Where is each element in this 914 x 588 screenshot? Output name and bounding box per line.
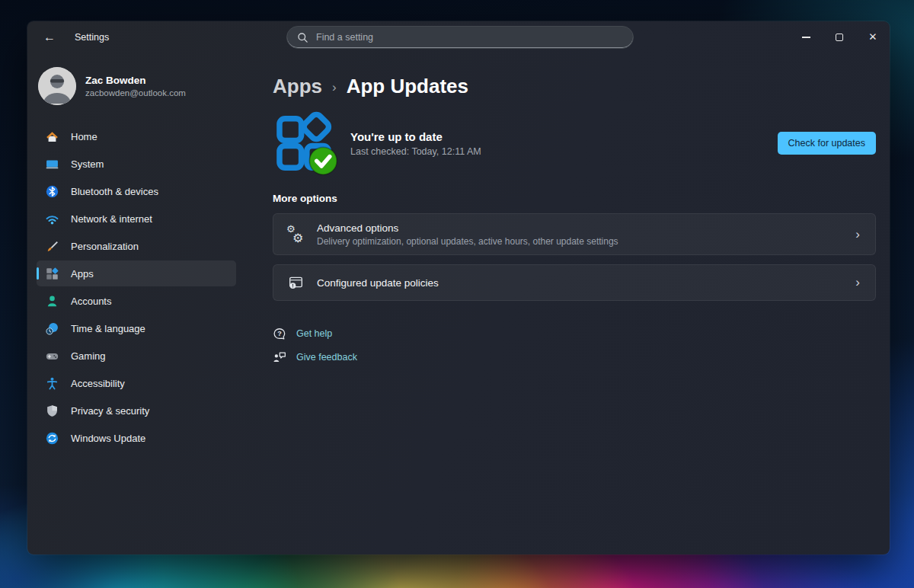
maximize-button[interactable] bbox=[823, 21, 856, 53]
update-icon bbox=[46, 432, 59, 445]
row-title: Configured update policies bbox=[317, 277, 439, 289]
app-title: Settings bbox=[75, 32, 109, 43]
profile-email: zacbowden@outlook.com bbox=[85, 88, 186, 97]
sidebar-item-label: Home bbox=[71, 131, 97, 142]
back-icon: ← bbox=[43, 30, 56, 44]
status-title: You're up to date bbox=[350, 130, 481, 143]
sidebar-item-label: Personalization bbox=[71, 241, 139, 252]
chevron-right-icon: › bbox=[855, 275, 863, 290]
get-help-label: Get help bbox=[296, 328, 332, 339]
chevron-right-icon: › bbox=[855, 227, 863, 242]
status-last-checked: Last checked: Today, 12:11 AM bbox=[350, 146, 481, 157]
search-input[interactable] bbox=[308, 32, 633, 43]
sidebar-item-time-language[interactable]: Time & language bbox=[37, 315, 236, 341]
check-for-updates-button[interactable]: Check for updates bbox=[778, 132, 876, 155]
selected-accent-bar bbox=[37, 267, 39, 280]
sidebar-item-windows-update[interactable]: Windows Update bbox=[37, 425, 236, 451]
sidebar-item-label: Accounts bbox=[71, 296, 111, 307]
give-feedback-link[interactable]: Give feedback bbox=[273, 350, 357, 364]
maximize-icon bbox=[836, 34, 843, 41]
sidebar-nav: Home System Bluetooth & devices bbox=[27, 123, 245, 451]
close-button[interactable]: ✕ bbox=[856, 21, 890, 53]
search-icon bbox=[297, 32, 308, 43]
breadcrumb-parent[interactable]: Apps bbox=[273, 75, 322, 98]
sidebar-item-label: System bbox=[71, 158, 104, 170]
sidebar-item-accessibility[interactable]: Accessibility bbox=[37, 370, 236, 396]
page-title: App Updates bbox=[347, 75, 468, 98]
sidebar-item-label: Bluetooth & devices bbox=[71, 186, 158, 197]
sidebar-item-label: Apps bbox=[71, 268, 94, 280]
feedback-icon bbox=[273, 350, 286, 364]
wifi-icon bbox=[46, 213, 59, 225]
system-icon bbox=[46, 158, 59, 171]
sidebar: Zac Bowden zacbowden@outlook.com Home Sy… bbox=[27, 53, 245, 554]
clock-globe-icon bbox=[46, 322, 59, 335]
sidebar-item-label: Accessibility bbox=[71, 378, 125, 389]
update-status-section: You're up to date Last checked: Today, 1… bbox=[273, 110, 876, 176]
sidebar-item-home[interactable]: Home bbox=[37, 123, 236, 149]
main-content: Apps › App Updates You're up to date Las… bbox=[245, 53, 890, 554]
sidebar-item-gaming[interactable]: Gaming bbox=[37, 343, 236, 369]
sidebar-item-bluetooth-devices[interactable]: Bluetooth & devices bbox=[37, 178, 236, 204]
sidebar-item-label: Network & internet bbox=[71, 213, 152, 225]
gamepad-icon bbox=[46, 350, 59, 363]
person-icon bbox=[46, 295, 59, 308]
settings-window: ← Settings ✕ bbox=[27, 21, 890, 554]
home-icon bbox=[46, 130, 59, 143]
sidebar-item-apps[interactable]: Apps bbox=[37, 260, 236, 286]
profile-card[interactable]: Zac Bowden zacbowden@outlook.com bbox=[27, 61, 245, 111]
sidebar-item-privacy-security[interactable]: Privacy & security bbox=[37, 398, 236, 423]
app-updates-status-icon bbox=[273, 110, 338, 176]
row-subtitle: Delivery optimization, optional updates,… bbox=[317, 236, 618, 247]
paintbrush-icon bbox=[46, 240, 59, 253]
sidebar-item-system[interactable]: System bbox=[37, 151, 236, 177]
sidebar-item-accounts[interactable]: Accounts bbox=[37, 288, 236, 314]
apps-icon bbox=[46, 267, 59, 280]
search-box[interactable] bbox=[286, 26, 634, 49]
update-policies-icon bbox=[289, 276, 303, 289]
row-title: Advanced options bbox=[317, 222, 618, 234]
accessibility-icon bbox=[46, 377, 59, 390]
titlebar: ← Settings ✕ bbox=[27, 21, 890, 53]
profile-name: Zac Bowden bbox=[85, 75, 186, 86]
svg-text:?: ? bbox=[277, 330, 282, 337]
footer-links: ? Get help Give feedback bbox=[273, 327, 876, 364]
breadcrumb-separator-icon: › bbox=[332, 78, 337, 95]
sidebar-item-label: Time & language bbox=[71, 323, 145, 334]
gears-icon: ⚙ ⚙ bbox=[286, 223, 305, 246]
breadcrumb: Apps › App Updates bbox=[273, 75, 876, 98]
sidebar-item-label: Gaming bbox=[71, 350, 106, 362]
configured-update-policies-row[interactable]: Configured update policies › bbox=[273, 264, 876, 301]
sidebar-item-label: Privacy & security bbox=[71, 405, 149, 417]
sidebar-item-label: Windows Update bbox=[71, 433, 145, 444]
bluetooth-icon bbox=[46, 185, 59, 198]
minimize-button[interactable] bbox=[789, 21, 823, 53]
sidebar-item-network-internet[interactable]: Network & internet bbox=[37, 206, 236, 232]
sidebar-item-personalization[interactable]: Personalization bbox=[37, 233, 236, 259]
avatar bbox=[38, 67, 76, 105]
minimize-icon bbox=[802, 37, 810, 37]
back-button[interactable]: ← bbox=[37, 26, 62, 49]
get-help-link[interactable]: ? Get help bbox=[273, 327, 332, 340]
more-options-heading: More options bbox=[273, 193, 876, 204]
window-controls: ✕ bbox=[789, 21, 890, 53]
advanced-options-row[interactable]: ⚙ ⚙ Advanced options Delivery optimizati… bbox=[273, 213, 876, 255]
close-icon: ✕ bbox=[868, 32, 877, 43]
shield-icon bbox=[46, 404, 59, 417]
get-help-icon: ? bbox=[273, 327, 286, 340]
give-feedback-label: Give feedback bbox=[296, 352, 357, 363]
